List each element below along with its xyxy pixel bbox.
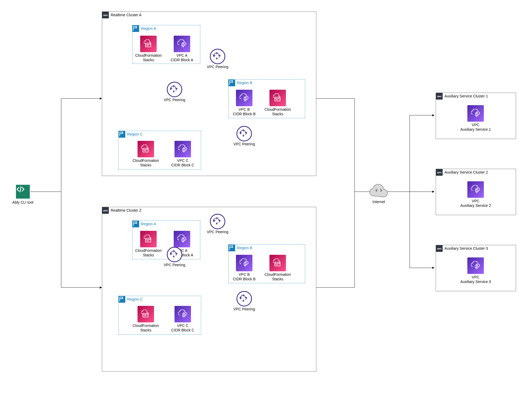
clusterA-peer1-label: VPC Peering <box>206 65 229 69</box>
cluster-a-title: Realtime Cluster A <box>111 13 142 17</box>
clusterZ-regionC-vpc-icon <box>174 306 191 322</box>
clusterA-peer2-label: VPC Peering <box>163 98 186 102</box>
clusterA-peer3-label: VPC Peering <box>232 142 256 146</box>
aux1-vpc-icon <box>467 105 484 122</box>
aux3-vpc-label: VPC Auxiliary Service 3 <box>458 275 494 284</box>
clusterA-regionA-vpc-label: VPC A CIDR Block A <box>168 53 196 62</box>
cluster-z-title: Realtime Cluster Z <box>111 208 142 212</box>
aux3-title: Auxiliary Service Cluster 3 <box>444 246 488 251</box>
clusterA-regionC-vpc-icon <box>174 141 191 157</box>
clusterZ-peer1-icon <box>210 214 225 229</box>
clusterA-peer3-icon <box>236 126 252 141</box>
ably-cli-icon <box>16 185 30 199</box>
aux3-vpc-icon <box>467 257 484 274</box>
aux1-title: Auxiliary Service Cluster 1 <box>444 94 488 98</box>
internet-label: Internet <box>371 200 386 204</box>
clusterZ-regionA-cf-label: CloudFormation Stacks <box>135 248 162 257</box>
clusterA-regionC-cf-label: CloudFormation Stacks <box>132 158 159 167</box>
clusterA-regionA-vpc-icon <box>174 36 190 52</box>
clusterZ-regionA-title: Region A <box>141 222 156 226</box>
clusterA-regionC-vpc-label: VPC C CIDR Block C <box>169 158 196 167</box>
clusterA-regionC-title: Region C <box>127 132 143 136</box>
clusterA-regionB-vpc-icon <box>236 90 252 106</box>
clusterA-regionB-title: Region B <box>237 81 252 85</box>
clusterZ-regionC-vpc-label: VPC C CIDR Block C <box>169 323 196 333</box>
clusterA-peer1-icon <box>210 49 225 64</box>
clusterZ-peer1-label: VPC Peering <box>206 230 229 234</box>
clusterA-regionB-cf-icon <box>269 90 286 106</box>
clusterA-peer2-icon <box>167 82 182 97</box>
ably-cli-label: Ably CLI tool <box>11 200 35 205</box>
aux2-title: Auxiliary Service Cluster 2 <box>444 170 488 174</box>
clusterZ-regionB-cf-icon <box>269 255 286 271</box>
clusterA-regionA-cf-icon <box>140 36 157 52</box>
clusterZ-peer2-label: VPC Peering <box>163 263 186 267</box>
clusterZ-peer3-icon <box>236 291 252 306</box>
clusterZ-peer3-label: VPC Peering <box>232 307 256 311</box>
clusterA-regionB-cf-label: CloudFormation Stacks <box>264 107 291 116</box>
clusterZ-peer2-icon <box>167 247 182 262</box>
clusterZ-regionC-title: Region C <box>127 297 143 301</box>
clusterZ-regionB-cf-label: CloudFormation Stacks <box>264 272 291 281</box>
clusterZ-regionC-cf-label: CloudFormation Stacks <box>132 323 159 333</box>
clusterA-regionA-cf-label: CloudFormation Stacks <box>135 53 162 62</box>
aux2-vpc-label: VPC Auxiliary Service 2 <box>458 199 494 208</box>
clusterA-regionA-title: Region A <box>141 26 156 31</box>
clusterZ-regionA-vpc-icon <box>174 231 190 247</box>
clusterZ-regionB-vpc-label: VPC B CIDR Block B <box>231 272 258 281</box>
aux1-vpc-label: VPC Auxiliary Service 1 <box>458 123 494 132</box>
clusterZ-regionB-title: Region B <box>237 246 252 250</box>
clusterZ-regionC-cf-icon <box>138 306 154 322</box>
clusterZ-regionA-cf-icon <box>140 231 157 247</box>
clusterA-regionC-cf-icon <box>138 141 154 157</box>
aux2-vpc-icon <box>467 181 484 198</box>
svg-line-9 <box>20 186 21 192</box>
clusterA-regionB-vpc-label: VPC B CIDR Block B <box>231 107 258 116</box>
clusterZ-regionB-vpc-icon <box>236 255 252 271</box>
